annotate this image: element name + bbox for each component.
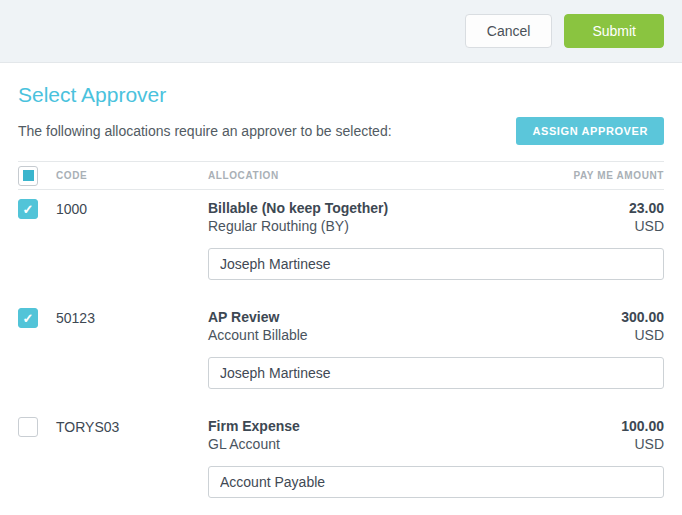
select-approver-panel: Select Approver The following allocation…	[0, 63, 682, 515]
amount-currency: USD	[629, 217, 664, 235]
allocation-code: 1000	[56, 199, 208, 217]
approver-input[interactable]	[208, 466, 664, 498]
allocation-info: AP Review Account Billable	[208, 308, 308, 344]
approver-input[interactable]	[208, 357, 664, 389]
top-toolbar: Cancel Submit	[0, 0, 682, 63]
page-title: Select Approver	[18, 83, 664, 107]
approver-input[interactable]	[208, 248, 664, 280]
amount-info: 23.00 USD	[629, 199, 664, 235]
cancel-button[interactable]: Cancel	[465, 14, 553, 48]
allocation-name: Billable (No keep Together)	[208, 199, 388, 217]
amount-info: 300.00 USD	[621, 308, 664, 344]
select-all-checkbox[interactable]	[18, 166, 38, 186]
table-row: ✓ 1000 Billable (No keep Together) Regul…	[18, 190, 664, 299]
column-header-allocation: ALLOCATION	[208, 170, 279, 181]
allocation-detail: Regular Routhing (BY)	[208, 217, 388, 235]
amount-currency: USD	[621, 326, 664, 344]
instruction-text: The following allocations require an app…	[18, 123, 392, 139]
allocation-code: 50123	[56, 308, 208, 326]
allocation-name: AP Review	[208, 308, 308, 326]
select-all-cell	[18, 166, 56, 186]
table-row: ✓ TORYS03 Firm Expense GL Account 100.00…	[18, 408, 664, 515]
assign-approver-button[interactable]: ASSIGN APPROVER	[516, 117, 664, 145]
allocation-info: Firm Expense GL Account	[208, 417, 300, 453]
amount-value: 100.00	[621, 417, 664, 435]
table-row: ✓ 50123 AP Review Account Billable 300.0…	[18, 299, 664, 408]
allocation-detail: Account Billable	[208, 326, 308, 344]
amount-value: 23.00	[629, 199, 664, 217]
allocation-code: TORYS03	[56, 417, 208, 435]
checkmark-icon: ✓	[23, 202, 34, 217]
allocation-detail: GL Account	[208, 435, 300, 453]
amount-info: 100.00 USD	[621, 417, 664, 453]
amount-currency: USD	[621, 435, 664, 453]
indeterminate-icon	[23, 170, 34, 181]
column-header-code: CODE	[56, 170, 208, 181]
row-checkbox[interactable]: ✓	[18, 308, 38, 328]
row-checkbox[interactable]: ✓	[18, 417, 38, 437]
checkmark-icon: ✓	[23, 311, 34, 326]
subtitle-row: The following allocations require an app…	[18, 117, 664, 145]
table-header: CODE ALLOCATION PAY ME AMOUNT	[18, 161, 664, 190]
allocation-info: Billable (No keep Together) Regular Rout…	[208, 199, 388, 235]
row-checkbox[interactable]: ✓	[18, 199, 38, 219]
column-header-amount: PAY ME AMOUNT	[573, 170, 664, 181]
allocation-name: Firm Expense	[208, 417, 300, 435]
amount-value: 300.00	[621, 308, 664, 326]
submit-button[interactable]: Submit	[564, 14, 664, 48]
column-header-allocation-amount: ALLOCATION PAY ME AMOUNT	[208, 170, 664, 181]
